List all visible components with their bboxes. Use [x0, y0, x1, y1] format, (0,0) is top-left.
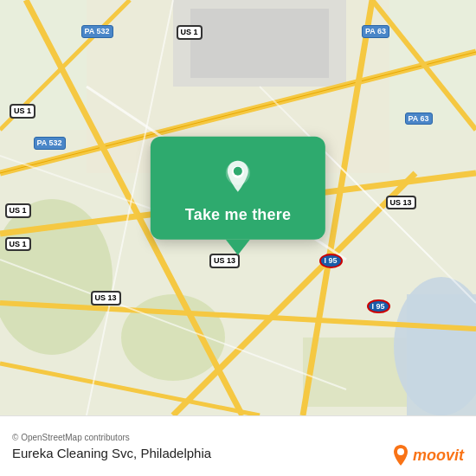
road-shield-pa532-1: PA 532: [81, 25, 113, 38]
road-shield-pa63-2: PA 63: [405, 113, 433, 125]
take-me-there-button[interactable]: Take me there: [185, 206, 291, 224]
popup-overlay: Take me there: [151, 137, 325, 255]
map-container: PA 532 US 1 PA 63 PA 63 US 1 PA 532 US 1…: [0, 0, 476, 415]
road-shield-us13-1: US 13: [386, 196, 416, 210]
road-shield-us1-1: US 1: [177, 25, 203, 40]
popup-card: Take me there: [151, 137, 325, 240]
road-shield-pa63-1: PA 63: [362, 25, 389, 38]
road-shield-us1-4: US 1: [5, 237, 31, 252]
road-shield-us1-3: US 1: [5, 203, 31, 218]
moovit-logo: moovit: [389, 443, 464, 467]
road-shield-pa532-2: PA 532: [34, 137, 66, 150]
road-shield-us13-2: US 13: [209, 254, 240, 268]
svg-point-28: [234, 167, 242, 176]
moovit-pin-icon: [389, 443, 413, 467]
road-shield-us13-3: US 13: [91, 291, 121, 306]
popup-arrow: [226, 240, 250, 255]
svg-point-29: [397, 448, 404, 455]
map-pin-icon: [217, 156, 259, 197]
copyright-text: © OpenStreetMap contributors: [12, 433, 464, 442]
road-shield-i95-2: I 95: [367, 299, 390, 314]
moovit-brand-text: moovit: [413, 447, 464, 465]
bottom-bar: © OpenStreetMap contributors Eureka Clea…: [0, 415, 476, 476]
svg-rect-9: [190, 9, 329, 78]
road-shield-i95-1: I 95: [319, 254, 343, 268]
road-shield-us1-2: US 1: [10, 104, 35, 119]
